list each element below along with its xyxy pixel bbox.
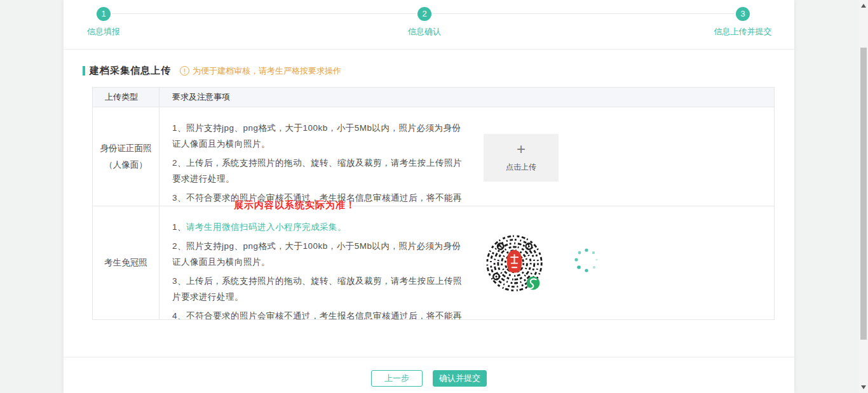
upload-type-bareheaded: 考生免冠照 xyxy=(93,206,159,319)
requirement-line: 3、上传后，系统支持照片的拖动、旋转、缩放及裁剪，请考生按应上传照片要求进行处理… xyxy=(172,273,463,305)
upload-type-id-photo: 身份证正面照（人像面） xyxy=(93,107,159,206)
main-content-card: 1 2 3 信息填报 信息确认 信息上传并提交 建档采集信息上传 ! 为便于建档… xyxy=(64,0,794,393)
scrollbar-thumb[interactable] xyxy=(860,48,867,340)
upload-requirements-table: 上传类型 要求及注意事项 身份证正面照（人像面） 1、照片支持jpg、png格式… xyxy=(92,87,775,320)
stepper-connector-1 xyxy=(112,13,416,14)
wechat-qr-code xyxy=(484,234,545,295)
step-3-label: 信息上传并提交 xyxy=(698,26,787,37)
confirm-submit-button[interactable]: 确认并提交 xyxy=(433,370,487,387)
table-row-id-photo: 身份证正面照（人像面） 1、照片支持jpg、png格式，大于100kb，小于5M… xyxy=(93,107,774,206)
table-header-row: 上传类型 要求及注意事项 xyxy=(93,88,774,107)
scrollbar-up-arrow[interactable] xyxy=(861,4,866,8)
section-title: 建档采集信息上传 xyxy=(90,65,171,77)
step-2-circle: 2 xyxy=(417,7,431,21)
requirement-number: 1、 xyxy=(172,222,186,232)
warning-text: 为便于建档审核，请考生严格按要求操作 xyxy=(193,65,341,77)
stepper: 1 2 3 信息填报 信息确认 信息上传并提交 xyxy=(64,0,794,50)
warning-icon: ! xyxy=(180,66,189,76)
vertical-scrollbar[interactable] xyxy=(859,0,868,393)
section-header: 建档采集信息上传 ! 为便于建档审核，请考生严格按要求操作 xyxy=(83,65,341,77)
requirement-line: 2、上传后，系统支持照片的拖动、旋转、缩放及裁剪，请考生按上传照片要求进行处理。 xyxy=(172,155,463,187)
column-header-upload-type: 上传类型 xyxy=(93,88,159,107)
footer-divider xyxy=(64,357,794,357)
step-1-label: 信息填报 xyxy=(59,26,148,37)
warning-message: ! 为便于建档审核，请考生严格按要求操作 xyxy=(180,65,341,77)
wechat-scan-instruction: 请考生用微信扫码进入小程序完成采集。 xyxy=(186,222,346,232)
step-2-label: 信息确认 xyxy=(380,26,469,37)
requirement-line: 2、照片支持jpg、png格式，大于100kb，小于5Mb以内，照片必须为身份证… xyxy=(172,238,463,270)
requirement-line: 1、请考生用微信扫码进入小程序完成采集。 xyxy=(172,219,463,235)
requirement-line: 1、照片支持jpg、png格式，大于100kb，小于5Mb以内，照片必须为身份证… xyxy=(172,120,463,152)
stepper-connector-2 xyxy=(433,13,735,14)
table-row-bareheaded-photo: 考生免冠照 1、请考生用微信扫码进入小程序完成采集。 2、照片支持jpg、png… xyxy=(93,206,774,319)
requirement-line: 4、不符合要求的照片会审核不通过，考生报名信息审核通过后，将不能再更换照片。 xyxy=(172,308,463,319)
loading-spinner xyxy=(573,247,600,274)
step-3-circle: 3 xyxy=(736,7,750,21)
previous-step-button[interactable]: 上一步 xyxy=(371,370,423,387)
system-disclaimer-text: 展示内容以系统实际为准！ xyxy=(234,199,356,211)
bareheaded-requirements-cell: 1、请考生用微信扫码进入小程序完成采集。 2、照片支持jpg、png格式，大于1… xyxy=(159,206,774,319)
upload-button-label: 点击上传 xyxy=(484,162,559,173)
footer-actions: 上一步 确认并提交 xyxy=(64,370,794,387)
upload-button[interactable]: + 点击上传 xyxy=(484,134,559,182)
scrollbar-down-arrow[interactable] xyxy=(861,385,866,389)
column-header-requirements: 要求及注意事项 xyxy=(159,88,774,107)
plus-icon: + xyxy=(484,142,559,157)
section-accent-bar xyxy=(83,66,85,76)
id-photo-requirements-cell: 1、照片支持jpg、png格式，大于100kb，小于5Mb以内，照片必须为身份证… xyxy=(159,107,774,206)
step-1-circle: 1 xyxy=(97,7,111,21)
